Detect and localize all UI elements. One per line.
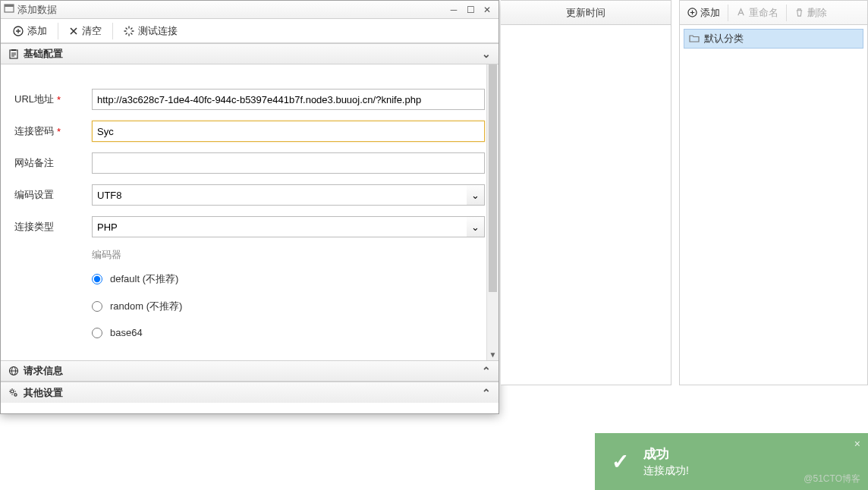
- form-body: ▲ ▼ URL地址* 连接密码* 网站备注 编码设: [1, 64, 498, 360]
- category-toolbar: 添加 重命名 删除: [680, 1, 867, 25]
- toast-close-button[interactable]: ×: [854, 438, 860, 450]
- svg-point-19: [11, 390, 14, 393]
- other-settings-accordion[interactable]: 其他设置 ⌃: [1, 382, 498, 403]
- encoder-label: default (不推荐): [110, 272, 178, 286]
- encoding-dropdown-button[interactable]: ⌄: [467, 184, 485, 206]
- window-icon: [4, 3, 14, 16]
- svg-point-20: [14, 393, 17, 395]
- gears-icon: [8, 388, 19, 398]
- x-icon: [69, 27, 78, 36]
- font-icon: [736, 8, 746, 17]
- dialog-titlebar[interactable]: 添加数据 ─ ☐ ✕: [1, 1, 498, 19]
- url-input[interactable]: [92, 89, 485, 110]
- encoder-radio[interactable]: [92, 301, 102, 312]
- note-label: 网站备注: [14, 156, 92, 170]
- watermark: @51CTO博客: [804, 473, 860, 485]
- category-rename-button[interactable]: 重命名: [728, 1, 786, 24]
- svg-line-10: [131, 28, 132, 29]
- category-delete-label: 删除: [807, 6, 827, 20]
- chevron-up-icon: ⌃: [482, 387, 491, 399]
- add-button[interactable]: 添加: [4, 19, 56, 42]
- update-time-panel: 更新时间: [501, 0, 671, 385]
- plus-circle-icon: [687, 8, 697, 17]
- category-panel: 添加 重命名 删除 默认分类: [679, 0, 868, 385]
- chevron-down-icon: ⌄: [471, 190, 480, 201]
- encoder-radio[interactable]: [92, 274, 102, 284]
- svg-line-9: [126, 33, 127, 33]
- update-time-header[interactable]: 更新时间: [501, 1, 671, 25]
- encoder-option-default[interactable]: default (不推荐): [92, 272, 485, 286]
- encoder-radio[interactable]: [92, 328, 102, 338]
- type-select[interactable]: [92, 216, 467, 237]
- minimize-button[interactable]: ─: [445, 3, 462, 17]
- encoding-select[interactable]: [92, 184, 467, 206]
- svg-line-7: [126, 28, 127, 29]
- category-delete-button[interactable]: 删除: [787, 1, 835, 24]
- category-add-button[interactable]: 添加: [680, 1, 728, 24]
- required-mark: *: [57, 94, 61, 105]
- scroll-down-icon[interactable]: ▼: [487, 348, 498, 360]
- test-connection-button[interactable]: 测试连接: [115, 19, 187, 42]
- encoder-option-random[interactable]: random (不推荐): [92, 300, 485, 313]
- separator: [112, 23, 113, 39]
- separator: [58, 23, 58, 39]
- encoding-label: 编码设置: [14, 188, 92, 202]
- category-label: 默认分类: [704, 32, 744, 46]
- category-add-label: 添加: [700, 6, 720, 20]
- add-label: 添加: [27, 24, 47, 38]
- encoder-title: 编码器: [92, 248, 485, 262]
- maximize-button[interactable]: ☐: [462, 3, 479, 17]
- password-label: 连接密码*: [14, 124, 92, 138]
- encoder-option-base64[interactable]: base64: [92, 327, 485, 338]
- category-item-default[interactable]: 默认分类: [684, 29, 863, 49]
- close-button[interactable]: ✕: [479, 3, 495, 17]
- basic-config-label: 基础配置: [24, 47, 63, 61]
- chevron-up-icon: ⌃: [482, 365, 491, 377]
- type-label: 连接类型: [14, 220, 92, 234]
- spinner-icon: [124, 26, 134, 36]
- url-label: URL地址*: [14, 93, 92, 106]
- type-dropdown-button[interactable]: ⌄: [467, 216, 485, 237]
- request-info-accordion[interactable]: 请求信息 ⌃: [1, 360, 498, 382]
- clear-label: 清空: [82, 24, 102, 38]
- clear-button[interactable]: 清空: [60, 19, 111, 42]
- trash-icon: [794, 8, 804, 17]
- basic-config-accordion[interactable]: 基础配置 ⌄: [1, 43, 498, 64]
- category-rename-label: 重命名: [749, 6, 778, 20]
- scrollbar-thumb[interactable]: [489, 64, 497, 292]
- toast-title: 成功: [643, 445, 689, 463]
- svg-rect-1: [5, 5, 14, 7]
- scrollbar-track[interactable]: ▲ ▼: [486, 64, 498, 360]
- dialog-toolbar: 添加 清空 测试连接: [1, 19, 498, 43]
- clipboard-icon: [8, 49, 19, 59]
- svg-line-8: [131, 33, 132, 33]
- toast-message: 连接成功!: [643, 464, 689, 478]
- check-icon: ✓: [609, 451, 631, 473]
- folder-icon: [689, 33, 700, 46]
- add-data-dialog: 添加数据 ─ ☐ ✕ 添加 清空 测试连接: [0, 0, 499, 414]
- svg-rect-12: [11, 49, 16, 51]
- success-toast: ✓ 成功 连接成功! × @51CTO博客: [595, 433, 868, 490]
- plus-circle-icon: [13, 26, 24, 36]
- test-label: 测试连接: [138, 24, 178, 38]
- note-input[interactable]: [92, 152, 485, 174]
- chevron-down-icon: ⌄: [482, 48, 491, 60]
- other-settings-label: 其他设置: [24, 386, 63, 400]
- password-input[interactable]: [92, 121, 485, 142]
- request-info-label: 请求信息: [24, 364, 63, 378]
- chevron-down-icon: ⌄: [471, 221, 480, 233]
- dialog-title: 添加数据: [17, 3, 57, 17]
- encoder-label: random (不推荐): [110, 300, 182, 313]
- encoder-label: base64: [110, 327, 143, 338]
- browser-icon: [8, 366, 19, 376]
- required-mark: *: [57, 126, 61, 137]
